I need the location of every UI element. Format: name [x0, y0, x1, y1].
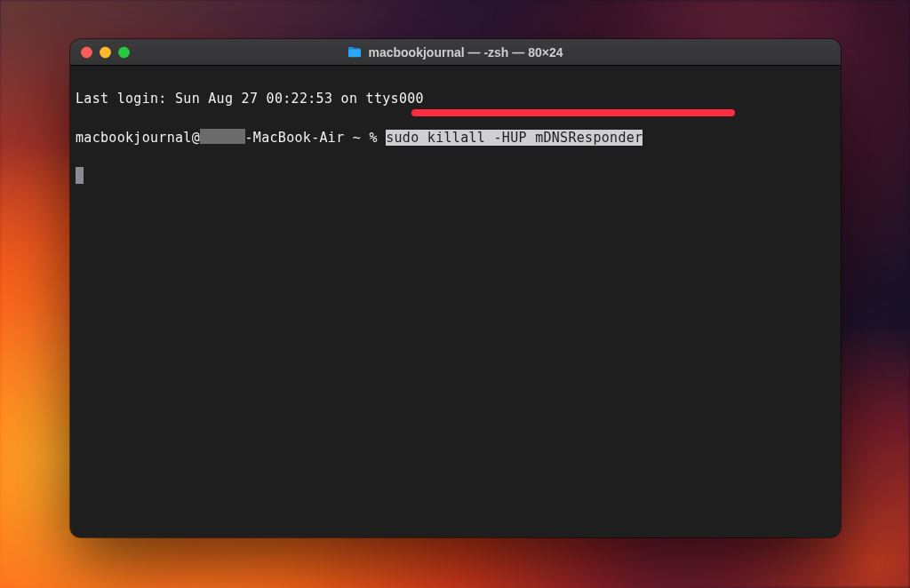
minimize-icon[interactable] [100, 46, 111, 58]
traffic-lights [81, 46, 130, 58]
prompt-host-suffix: -MacBook-Air [245, 130, 345, 146]
window-title: macbookjournal — -zsh — 80×24 [368, 45, 563, 60]
cursor-line [76, 167, 835, 187]
terminal-window: macbookjournal — -zsh — 80×24 Last login… [70, 39, 841, 537]
window-title-group: macbookjournal — -zsh — 80×24 [347, 45, 563, 60]
terminal-cursor [76, 167, 84, 184]
close-icon[interactable] [81, 46, 92, 58]
annotation-underline [411, 109, 735, 116]
prompt-line: macbookjournal@-MacBook-Air ~ % sudo kil… [76, 128, 835, 147]
redacted-hostname [200, 129, 245, 144]
terminal-body[interactable]: Last login: Sun Aug 27 00:22:53 on ttys0… [70, 66, 841, 537]
command-highlight: sudo killall -HUP mDNSResponder [386, 130, 643, 146]
folder-icon [347, 46, 362, 58]
window-titlebar[interactable]: macbookjournal — -zsh — 80×24 [70, 39, 841, 66]
last-login-line: Last login: Sun Aug 27 00:22:53 on ttys0… [76, 89, 835, 108]
prompt-path: ~ % [345, 130, 387, 146]
zoom-icon[interactable] [118, 46, 130, 58]
prompt-user: macbookjournal@ [76, 130, 200, 146]
